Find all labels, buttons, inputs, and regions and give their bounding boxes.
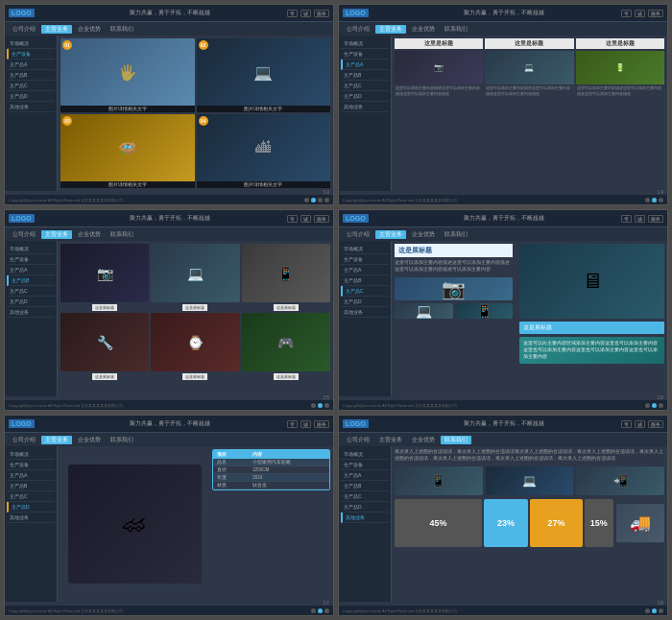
header-slogan-15: 聚力共赢，勇于开拓，不断超越 (52, 214, 287, 223)
footer-copy-16: Copyright@your name All Right Reserved 北… (343, 403, 457, 408)
sidebar-market-15[interactable]: 市场概况 (7, 244, 55, 254)
nav-business-17[interactable]: 主营业务 (41, 436, 72, 444)
sidebar-prodD-17[interactable]: 主产品D (7, 502, 55, 513)
nav-contact-18[interactable]: 联系我们 (441, 436, 471, 444)
logo-area-15: LOGO (9, 214, 52, 223)
footer-copy-15: Copyright@your name All Right Reserved 北… (9, 403, 123, 408)
sidebar-prodC-15[interactable]: 主产品C (7, 286, 55, 297)
sidebar-prodA-17[interactable]: 主产品A (7, 470, 55, 481)
nav-intro-15[interactable]: 公司介绍 (9, 230, 39, 239)
nav-intro-18[interactable]: 公司介绍 (343, 436, 373, 444)
nav-intro[interactable]: 公司介绍 (9, 25, 39, 34)
table-key-2: 年度 (217, 475, 253, 480)
sidebar-prodD-16[interactable]: 主产品D (341, 297, 389, 307)
slide-number-15: 15 (323, 394, 329, 400)
sidebar-prodB-17[interactable]: 主产品B (7, 481, 55, 491)
service-icon: 服务 (314, 10, 329, 17)
sidebar-other-17[interactable]: 其他业务 (7, 513, 55, 523)
slide-14-header: LOGO 聚力共赢，勇于开拓，不断超越 专 诚 服务 (339, 5, 667, 22)
sidebar-equipment-14[interactable]: 生产设备 (341, 49, 389, 60)
sidebar-other-14[interactable]: 其他业务 (341, 102, 389, 112)
prod-label-5-15: 这是展标题 (182, 373, 207, 380)
sidebar-other-15[interactable]: 其他业务 (7, 307, 55, 318)
sidebar-other[interactable]: 其他业务 (7, 102, 55, 112)
nav-intro-17[interactable]: 公司介绍 (9, 436, 39, 444)
sidebar-prodA[interactable]: 主产品A (7, 60, 55, 70)
sidebar-other-16[interactable]: 其他业务 (341, 307, 389, 318)
table-val-2: 2010 (252, 475, 325, 480)
nav-business-18[interactable]: 主营业务 (375, 436, 406, 444)
slide-15-nav: 公司介绍 主营业务 企业优势 联系我们 (5, 227, 333, 241)
service-icon-18: 服务 (648, 420, 663, 428)
dot-18-3 (659, 608, 663, 613)
nav-contact[interactable]: 联系我们 (107, 25, 137, 34)
sidebar-prodD-15[interactable]: 主产品D (7, 297, 55, 307)
nav-advantage-18[interactable]: 企业优势 (408, 436, 439, 444)
sidebar-prodC-17[interactable]: 主产品C (7, 491, 55, 502)
sidebar-equipment-15[interactable]: 生产设备 (7, 254, 55, 265)
sidebar-market-14[interactable]: 市场概况 (341, 38, 389, 49)
product-table-17: 项目 内容 品名 小型家用汽车轮毂 直径 2250CM 年度 (212, 449, 330, 490)
sidebar-equipment-17[interactable]: 生产设备 (7, 460, 55, 470)
table-row-3: 材质 钛合金 (213, 482, 329, 489)
nav-intro-14[interactable]: 公司介绍 (343, 25, 373, 34)
nav-contact-14[interactable]: 联系我们 (441, 25, 471, 34)
sidebar-prodD[interactable]: 主产品D (7, 91, 55, 102)
sidebar-market-16[interactable]: 市场概况 (341, 244, 389, 254)
nav-business-15[interactable]: 主营业务 (41, 230, 72, 239)
product-title-3: 这里是标题 (576, 38, 664, 49)
sidebar-other-18[interactable]: 其他业务 (341, 513, 389, 523)
trust-icon-17: 诚 (300, 420, 311, 428)
sidebar-prodB-15[interactable]: 主产品B (7, 275, 55, 286)
nav-advantage-15[interactable]: 企业优势 (74, 230, 105, 239)
sidebar-prodC[interactable]: 主产品C (7, 81, 55, 91)
logo-area-18: LOGO (343, 419, 386, 428)
footer-dots-15 (311, 403, 329, 408)
nav-business-14[interactable]: 主营业务 (375, 25, 406, 34)
sidebar-equipment-18[interactable]: 生产设备 (341, 460, 389, 470)
sidebar-prodA-15[interactable]: 主产品A (7, 265, 55, 275)
img-placeholder-03: 🪺 (60, 114, 195, 181)
nav-advantage-16[interactable]: 企业优势 (408, 230, 439, 239)
sidebar-prodA-14[interactable]: 主产品A (341, 60, 389, 70)
cell-number-03: 03 (62, 116, 72, 126)
sidebar-prodC-18[interactable]: 主产品C (341, 491, 389, 502)
nav-contact-17[interactable]: 联系我们 (107, 436, 137, 444)
sidebar-prodC-16[interactable]: 主产品C (341, 286, 389, 297)
nav-intro-16[interactable]: 公司介绍 (343, 230, 373, 239)
nav-business[interactable]: 主营业务 (41, 25, 72, 34)
sidebar-market[interactable]: 市场概况 (7, 38, 55, 49)
slide-17-footer: Copyright@your name All Right Reserved 北… (5, 606, 333, 615)
slide-14-content: 市场概况 生产设备 主产品A 主产品B 主产品C 主产品D 其他业务 这里是标题… (339, 36, 667, 191)
sidebar-prodA-18[interactable]: 主产品A (341, 470, 389, 481)
img-label-01: 图片详情相关文字 (60, 106, 195, 112)
pro-icon-18: 专 (621, 420, 632, 428)
sidebar-prodB[interactable]: 主产品B (7, 70, 55, 81)
slide-18-nav: 公司介绍 主营业务 企业优势 联系我们 (339, 433, 667, 446)
sidebar-prodC-14[interactable]: 主产品C (341, 81, 389, 91)
small-img-2-16: 📱 (455, 303, 514, 319)
dot-17-1 (311, 608, 316, 613)
sidebar-market-18[interactable]: 市场概况 (341, 449, 389, 460)
nav-advantage-17[interactable]: 企业优势 (74, 436, 105, 444)
logo-text-17: LOGO (9, 419, 35, 428)
prod-label-1-15: 这是展标题 (92, 304, 117, 311)
sidebar-equipment[interactable]: 生产设备 (7, 49, 55, 60)
sidebar-prodB-18[interactable]: 主产品B (341, 481, 389, 491)
nav-contact-16[interactable]: 联系我们 (441, 230, 471, 239)
sidebar-prodA-16[interactable]: 主产品A (341, 265, 389, 275)
table-row-1: 直径 2250CM (213, 466, 329, 474)
header-icons: 专 诚 服务 (287, 10, 329, 17)
nav-advantage-14[interactable]: 企业优势 (408, 25, 439, 34)
nav-contact-15[interactable]: 联系我们 (107, 230, 137, 239)
nav-advantage[interactable]: 企业优势 (74, 25, 105, 34)
sidebar-prodB-16[interactable]: 主产品B (341, 275, 389, 286)
slide-number-17: 17 (323, 600, 329, 606)
sidebar-prodB-14[interactable]: 主产品B (341, 70, 389, 81)
sidebar-market-17[interactable]: 市场概况 (7, 449, 55, 460)
slide-number-18: 18 (657, 600, 663, 606)
nav-business-16[interactable]: 主营业务 (375, 230, 406, 239)
sidebar-prodD-14[interactable]: 主产品D (341, 91, 389, 102)
sidebar-equipment-16[interactable]: 生产设备 (341, 254, 389, 265)
sidebar-prodD-18[interactable]: 主产品D (341, 502, 389, 513)
